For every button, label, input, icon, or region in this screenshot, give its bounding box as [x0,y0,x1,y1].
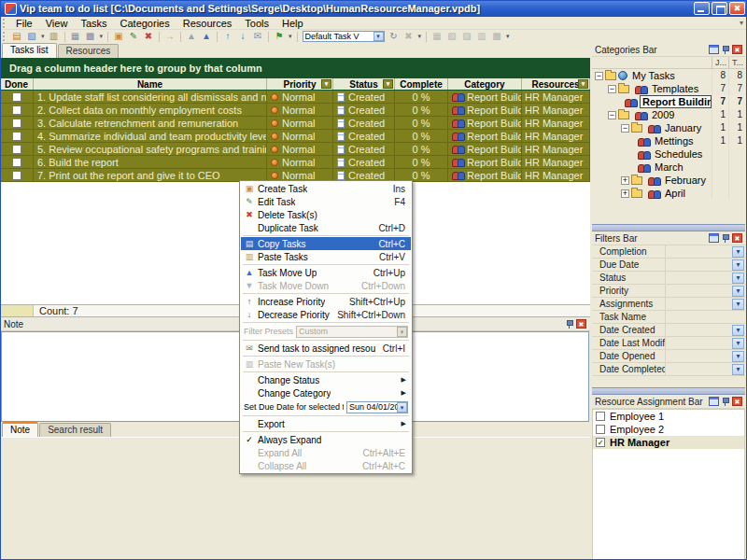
close-button[interactable]: ✖ [729,2,745,15]
toolbar-dropdown-icon[interactable]: ▾ [41,33,45,40]
combo-arrow-icon[interactable]: ▾ [374,32,384,41]
menu-item-change-status[interactable]: Change Status▶ [241,373,411,386]
category-april[interactable]: +April [592,187,745,200]
resource-checkbox[interactable] [596,425,605,434]
grid-report-icon[interactable]: ▨ [459,31,474,43]
menu-combo-set-due-date-for-selected-tasks[interactable]: Sun 04/01/2009▾ [346,401,408,413]
category-january[interactable]: −January11 [592,121,745,134]
collapse-icon[interactable]: − [621,124,629,133]
tab-tasks-list[interactable]: Tasks list [2,43,57,58]
filter-priority[interactable]: Priority▾ [592,285,745,298]
menu-item-resources[interactable]: Resources [176,17,239,30]
task-move-up-icon[interactable]: ▲ [184,31,199,43]
float-window-icon[interactable] [709,45,719,54]
menubar-drag-handle[interactable] [3,19,7,28]
create-task-icon[interactable]: ▣ [111,31,126,43]
menu-item-categories[interactable]: Categories [114,17,176,30]
collapse-icon[interactable]: − [595,72,603,80]
new-list-icon[interactable]: ▤ [9,31,24,43]
print-report-icon[interactable]: ▩ [489,31,504,43]
expand-icon[interactable]: + [621,176,629,185]
task-row[interactable]: 2. Collect data on monthly employment co… [0,104,590,117]
mail-icon[interactable]: ✉ [250,31,265,43]
category-schedules[interactable]: Schedules [592,147,745,161]
column-header-resources[interactable]: Resources▾ [522,78,590,90]
chart-report-icon[interactable]: ▧ [444,31,459,43]
collapse-icon[interactable]: − [608,111,616,119]
done-checkbox[interactable] [12,105,21,115]
toolbar-drag-handle[interactable] [3,32,7,41]
tab-note[interactable]: Note [2,422,38,437]
menu-item-file[interactable]: File [9,17,39,30]
group-by-bar[interactable]: Drag a column header here to group by th… [0,58,590,78]
filter-task-name[interactable]: Task Name [592,311,745,324]
done-checkbox[interactable] [12,132,21,141]
tab-search-result[interactable]: Search result [39,423,111,437]
dropdown-arrow-icon[interactable]: ▾ [732,246,744,258]
delete-task-icon[interactable]: ✖ [141,31,156,43]
clear-filter-icon[interactable]: ✖ [402,31,416,43]
menu-item-paste-tasks[interactable]: ▥Paste TasksCtrl+V [241,250,411,263]
close-icon[interactable]: ✖ [732,397,742,406]
filter-due-date[interactable]: Due Date▾ [592,259,745,272]
categories-col1-header[interactable]: J... [712,57,728,68]
done-checkbox[interactable] [12,145,21,154]
task-row[interactable]: 4. Summarize individual and team product… [0,130,590,143]
dropdown-arrow-icon[interactable]: ▾ [732,286,744,297]
dropdown-arrow-icon[interactable]: ▾ [732,273,744,284]
print-preview-icon[interactable]: ▩ [83,31,98,43]
filter-arrow-icon[interactable]: ▾ [578,79,588,89]
filter-icon[interactable]: ⚑ [272,31,287,43]
filter-arrow-icon[interactable]: ▾ [321,79,331,89]
task-view-combo[interactable]: Default Task V▾ [303,31,385,42]
column-header-priority[interactable]: Priority▾ [267,78,333,90]
pin-icon[interactable] [721,233,730,243]
toolbar-dropdown-icon[interactable]: ▾ [506,33,510,40]
category-report-building[interactable]: Report Building77 [592,95,745,108]
filter-assignments[interactable]: Assignments▾ [592,298,745,311]
menu-item-change-category[interactable]: Change Category▶ [241,386,411,399]
edit-task-icon[interactable]: ✎ [126,31,141,43]
decrease-priority-icon[interactable]: ↓ [235,31,250,43]
column-header-category[interactable]: Category [448,78,522,90]
apply-filter-icon[interactable]: ↻ [387,31,402,43]
menu-item-task-move-up[interactable]: ▲Task Move UpCtrl+Up [241,266,411,279]
menu-item-duplicate-task[interactable]: Duplicate TaskCtrl+D [241,221,411,234]
task-row[interactable]: 5. Review occupational safety programs a… [0,143,590,156]
category-march[interactable]: March [592,161,745,174]
pin-icon[interactable] [721,397,730,406]
resource-hr-manager[interactable]: ✓HR Manager [593,436,744,449]
menu-item-export[interactable]: Export▶ [241,417,411,430]
menu-item-always-expand[interactable]: ✓Always Expand [241,433,411,446]
category-templates[interactable]: −Templates77 [592,82,745,95]
column-header-complete[interactable]: Complete [395,78,448,90]
dropdown-arrow-icon[interactable]: ▾ [732,325,744,336]
dropdown-arrow-icon[interactable]: ▾ [732,259,744,271]
menu-item-set-due-date-for-selected-tasks[interactable]: Set Due Date for selected tasksSun 04/01… [241,399,411,414]
filter-status[interactable]: Status▾ [592,272,745,285]
float-window-icon[interactable] [709,397,719,406]
menu-item-increase-priority[interactable]: ↑Increase PriorityShift+Ctrl+Up [241,295,411,308]
column-header-status[interactable]: Status▾ [333,78,395,90]
export-report-icon[interactable]: ▥ [474,31,489,43]
resource-employee-1[interactable]: Employee 1 [593,410,744,423]
filter-date-created[interactable]: Date Created▾ [592,324,745,337]
menu-item-decrease-priority[interactable]: ↓Decrease PriorityShift+Ctrl+Down [241,308,411,321]
filter-date-opened[interactable]: Date Opened▾ [592,350,745,363]
menu-item-tools[interactable]: Tools [238,17,275,30]
task-row[interactable]: 1. Update staff list considering all dis… [0,91,590,104]
task-move-down-icon[interactable]: ▲ [199,31,214,43]
menu-item-send-task-to-assigned-resource[interactable]: ✉Send task to assigned resourceCtrl+I [241,342,411,355]
categories-col2-header[interactable]: T... [728,57,745,68]
restore-button[interactable] [712,2,727,15]
tab-resources[interactable]: Resources [58,44,120,58]
close-icon[interactable]: ✖ [732,233,742,243]
menubar-overflow-icon[interactable]: ▾ [740,19,743,27]
toolbar-dropdown-icon[interactable]: ▾ [100,33,104,40]
print-icon[interactable]: ▦ [68,31,83,43]
float-window-icon[interactable] [709,233,719,243]
resource-checkbox[interactable] [596,412,605,421]
collapse-icon[interactable]: − [608,85,616,93]
panel-splitter[interactable] [592,224,745,231]
menu-item-copy-tasks[interactable]: ▤Copy TasksCtrl+C [241,237,411,250]
